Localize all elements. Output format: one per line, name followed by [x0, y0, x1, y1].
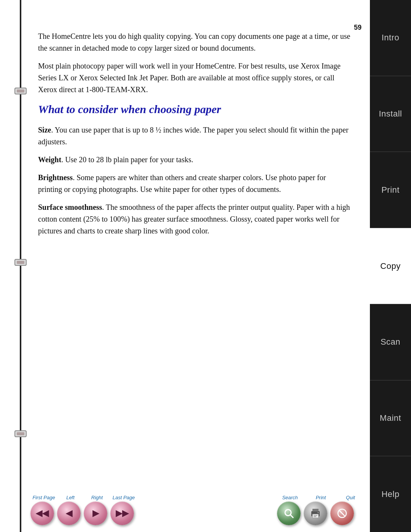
last-page-button[interactable]: ▶▶ [110, 502, 134, 525]
prev-page-button[interactable]: ◀ [57, 502, 81, 525]
nav-right-labels: Search Print Quit [277, 495, 362, 500]
paper-paragraph: Most plain photocopy paper will work wel… [38, 60, 351, 96]
sidebar-item-help[interactable]: Help [370, 456, 411, 532]
svg-point-7 [318, 512, 319, 513]
navigation-bar: First Page Left Right Last Page ◀◀ ◀ ▶ ▶… [30, 495, 362, 525]
brightness-paragraph: Brightness. Some papers are whiter than … [38, 172, 351, 195]
binder-hole-middle [14, 259, 27, 266]
next-page-button[interactable]: ▶ [84, 502, 107, 525]
nav-label-print: Print [309, 495, 333, 500]
sidebar-item-install[interactable]: Install [370, 76, 411, 152]
binder-bar [20, 0, 21, 532]
weight-text: . Use 20 to 28 lb plain paper for your t… [61, 155, 193, 164]
sidebar-item-intro[interactable]: Intro [370, 0, 411, 76]
svg-rect-5 [314, 515, 317, 516]
nav-left-labels: First Page Left Right Last Page [30, 495, 137, 500]
section-heading: What to consider when choosing paper [38, 102, 351, 117]
size-paragraph: Size. You can use paper that is up to 8 … [38, 124, 351, 148]
nav-label-quit: Quit [339, 495, 362, 500]
weight-paragraph: Weight. Use 20 to 28 lb plain paper for … [38, 154, 351, 166]
sidebar-item-print[interactable]: Print [370, 152, 411, 228]
nav-right-buttons [277, 502, 362, 525]
svg-rect-6 [314, 516, 316, 517]
first-page-button[interactable]: ◀◀ [30, 502, 54, 525]
binder-hole-top [14, 88, 27, 94]
nav-right-group: Search Print Quit [277, 495, 362, 525]
nav-label-last-page: Last Page [110, 495, 137, 500]
main-content: The HomeCentre lets you do high quality … [30, 23, 362, 532]
surface-bold: Surface smoothness [38, 203, 102, 211]
nav-left-group: First Page Left Right Last Page ◀◀ ◀ ▶ ▶… [30, 495, 137, 525]
search-button[interactable] [277, 502, 301, 525]
sidebar-item-copy[interactable]: Copy [370, 228, 411, 304]
nav-label-right: Right [84, 495, 110, 500]
svg-line-9 [340, 511, 344, 516]
size-bold: Size [38, 126, 51, 134]
brightness-text: . Some papers are whiter than others and… [38, 173, 326, 193]
svg-rect-4 [312, 514, 319, 518]
nav-left-buttons: ◀◀ ◀ ▶ ▶▶ [30, 502, 137, 525]
print-button[interactable] [304, 502, 327, 525]
brightness-bold: Brightness [38, 173, 73, 182]
size-text: . You can use paper that is up to 8 ½ in… [38, 126, 349, 146]
sidebar-item-scan[interactable]: Scan [370, 304, 411, 380]
binder-hole-bottom [14, 430, 27, 437]
sidebar: Intro Install Print Copy Scan Maint Help [370, 0, 411, 532]
surface-paragraph: Surface smoothness. The smoothness of th… [38, 201, 351, 237]
nav-label-search: Search [277, 495, 303, 500]
sidebar-item-maint[interactable]: Maint [370, 380, 411, 457]
quit-button[interactable] [330, 502, 354, 525]
nav-label-left: Left [57, 495, 84, 500]
svg-rect-3 [312, 509, 319, 511]
svg-line-1 [290, 515, 293, 518]
intro-paragraph: The HomeCentre lets you do high quality … [38, 30, 351, 54]
weight-bold: Weight [38, 155, 61, 164]
nav-label-first-page: First Page [30, 495, 57, 500]
